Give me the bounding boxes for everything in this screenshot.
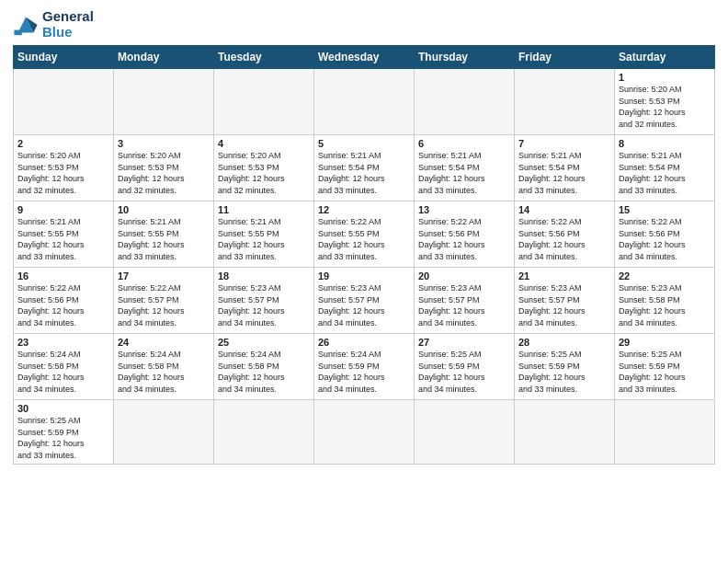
- calendar-cell: [114, 69, 214, 135]
- calendar-cell: 23Sunrise: 5:24 AM Sunset: 5:58 PM Dayli…: [14, 334, 114, 400]
- weekday-header-sunday: Sunday: [14, 46, 114, 69]
- day-number: 23: [17, 337, 109, 348]
- calendar-cell: [415, 400, 515, 465]
- day-number: 11: [218, 204, 310, 215]
- day-info: Sunrise: 5:25 AM Sunset: 5:59 PM Dayligh…: [619, 349, 711, 395]
- calendar-cell: 28Sunrise: 5:25 AM Sunset: 5:59 PM Dayli…: [515, 334, 615, 400]
- day-number: 12: [318, 204, 410, 215]
- day-number: 6: [418, 138, 510, 149]
- calendar-cell: [314, 400, 415, 465]
- calendar-table: SundayMondayTuesdayWednesdayThursdayFrid…: [13, 45, 715, 465]
- week-row-4: 23Sunrise: 5:24 AM Sunset: 5:58 PM Dayli…: [14, 334, 715, 400]
- calendar-cell: 24Sunrise: 5:24 AM Sunset: 5:58 PM Dayli…: [114, 334, 214, 400]
- calendar-cell: 2Sunrise: 5:20 AM Sunset: 5:53 PM Daylig…: [14, 135, 114, 201]
- calendar-cell: [214, 69, 314, 135]
- calendar-cell: [214, 400, 314, 465]
- weekday-header-wednesday: Wednesday: [314, 46, 415, 69]
- week-row-0: 1Sunrise: 5:20 AM Sunset: 5:53 PM Daylig…: [14, 69, 715, 135]
- calendar-cell: [615, 400, 715, 465]
- day-number: 15: [619, 204, 711, 215]
- weekday-header-monday: Monday: [114, 46, 214, 69]
- day-number: 9: [17, 204, 109, 215]
- calendar-cell: 3Sunrise: 5:20 AM Sunset: 5:53 PM Daylig…: [114, 135, 214, 201]
- day-number: 29: [619, 337, 711, 348]
- day-number: 21: [518, 270, 610, 282]
- calendar-cell: 7Sunrise: 5:21 AM Sunset: 5:54 PM Daylig…: [515, 135, 615, 201]
- week-row-5: 30Sunrise: 5:25 AM Sunset: 5:59 PM Dayli…: [14, 400, 715, 465]
- day-number: 8: [619, 138, 711, 149]
- calendar-cell: 1Sunrise: 5:20 AM Sunset: 5:53 PM Daylig…: [615, 69, 715, 135]
- day-info: Sunrise: 5:25 AM Sunset: 5:59 PM Dayligh…: [418, 349, 510, 395]
- day-info: Sunrise: 5:23 AM Sunset: 5:58 PM Dayligh…: [619, 282, 711, 328]
- day-info: Sunrise: 5:23 AM Sunset: 5:57 PM Dayligh…: [318, 282, 410, 328]
- calendar-cell: 17Sunrise: 5:22 AM Sunset: 5:57 PM Dayli…: [114, 268, 214, 334]
- calendar-cell: 6Sunrise: 5:21 AM Sunset: 5:54 PM Daylig…: [415, 135, 515, 201]
- calendar-cell: 16Sunrise: 5:22 AM Sunset: 5:56 PM Dayli…: [14, 268, 114, 334]
- calendar-cell: [515, 69, 615, 135]
- calendar-cell: 10Sunrise: 5:21 AM Sunset: 5:55 PM Dayli…: [114, 201, 214, 268]
- day-info: Sunrise: 5:22 AM Sunset: 5:56 PM Dayligh…: [418, 216, 510, 262]
- day-number: 17: [118, 270, 210, 282]
- day-number: 24: [118, 337, 210, 348]
- day-number: 13: [418, 204, 510, 215]
- day-number: 20: [418, 270, 510, 282]
- calendar-cell: 26Sunrise: 5:24 AM Sunset: 5:59 PM Dayli…: [314, 334, 415, 400]
- day-number: 14: [518, 204, 610, 215]
- day-info: Sunrise: 5:23 AM Sunset: 5:57 PM Dayligh…: [418, 282, 510, 328]
- day-info: Sunrise: 5:22 AM Sunset: 5:56 PM Dayligh…: [17, 282, 109, 328]
- calendar-cell: 19Sunrise: 5:23 AM Sunset: 5:57 PM Dayli…: [314, 268, 415, 334]
- day-info: Sunrise: 5:21 AM Sunset: 5:54 PM Dayligh…: [318, 150, 410, 196]
- day-number: 1: [619, 72, 711, 83]
- calendar-cell: 9Sunrise: 5:21 AM Sunset: 5:55 PM Daylig…: [14, 201, 114, 268]
- day-number: 2: [17, 138, 109, 149]
- day-info: Sunrise: 5:23 AM Sunset: 5:57 PM Dayligh…: [218, 282, 310, 328]
- calendar-cell: 12Sunrise: 5:22 AM Sunset: 5:55 PM Dayli…: [314, 201, 415, 268]
- calendar-cell: 8Sunrise: 5:21 AM Sunset: 5:54 PM Daylig…: [615, 135, 715, 201]
- weekday-header-thursday: Thursday: [415, 46, 515, 69]
- calendar-cell: 15Sunrise: 5:22 AM Sunset: 5:56 PM Dayli…: [615, 201, 715, 268]
- day-info: Sunrise: 5:22 AM Sunset: 5:57 PM Dayligh…: [118, 282, 210, 328]
- logo: General Blue: [13, 9, 94, 40]
- weekday-header-tuesday: Tuesday: [214, 46, 314, 69]
- day-number: 4: [218, 138, 310, 149]
- day-info: Sunrise: 5:24 AM Sunset: 5:58 PM Dayligh…: [218, 349, 310, 395]
- logo-text: General Blue: [42, 9, 94, 40]
- calendar-cell: 14Sunrise: 5:22 AM Sunset: 5:56 PM Dayli…: [515, 201, 615, 268]
- calendar-cell: 27Sunrise: 5:25 AM Sunset: 5:59 PM Dayli…: [415, 334, 515, 400]
- calendar-cell: [314, 69, 415, 135]
- day-info: Sunrise: 5:21 AM Sunset: 5:55 PM Dayligh…: [218, 216, 310, 262]
- day-info: Sunrise: 5:24 AM Sunset: 5:58 PM Dayligh…: [118, 349, 210, 395]
- calendar-cell: 4Sunrise: 5:20 AM Sunset: 5:53 PM Daylig…: [214, 135, 314, 201]
- day-number: 5: [318, 138, 410, 149]
- day-info: Sunrise: 5:25 AM Sunset: 5:59 PM Dayligh…: [518, 349, 610, 395]
- calendar-cell: 29Sunrise: 5:25 AM Sunset: 5:59 PM Dayli…: [615, 334, 715, 400]
- day-info: Sunrise: 5:20 AM Sunset: 5:53 PM Dayligh…: [218, 150, 310, 196]
- page: General Blue SundayMondayTuesdayWednesda…: [0, 0, 728, 474]
- calendar-cell: 30Sunrise: 5:25 AM Sunset: 5:59 PM Dayli…: [14, 400, 114, 465]
- day-number: 10: [118, 204, 210, 215]
- calendar-cell: 25Sunrise: 5:24 AM Sunset: 5:58 PM Dayli…: [214, 334, 314, 400]
- calendar-cell: 20Sunrise: 5:23 AM Sunset: 5:57 PM Dayli…: [415, 268, 515, 334]
- week-row-2: 9Sunrise: 5:21 AM Sunset: 5:55 PM Daylig…: [14, 201, 715, 268]
- day-info: Sunrise: 5:21 AM Sunset: 5:54 PM Dayligh…: [518, 150, 610, 196]
- week-row-3: 16Sunrise: 5:22 AM Sunset: 5:56 PM Dayli…: [14, 268, 715, 334]
- calendar-cell: 18Sunrise: 5:23 AM Sunset: 5:57 PM Dayli…: [214, 268, 314, 334]
- day-info: Sunrise: 5:24 AM Sunset: 5:58 PM Dayligh…: [17, 349, 109, 395]
- calendar-cell: [14, 69, 114, 135]
- day-info: Sunrise: 5:24 AM Sunset: 5:59 PM Dayligh…: [318, 349, 410, 395]
- logo-icon: [13, 12, 39, 38]
- day-number: 16: [17, 270, 109, 282]
- calendar-cell: [114, 400, 214, 465]
- day-number: 7: [518, 138, 610, 149]
- day-number: 19: [318, 270, 410, 282]
- day-number: 30: [17, 403, 109, 414]
- weekday-header-saturday: Saturday: [615, 46, 715, 69]
- calendar-cell: [515, 400, 615, 465]
- day-number: 28: [518, 337, 610, 348]
- day-info: Sunrise: 5:25 AM Sunset: 5:59 PM Dayligh…: [17, 415, 109, 461]
- header: General Blue: [13, 9, 715, 40]
- weekday-header-friday: Friday: [515, 46, 615, 69]
- week-row-1: 2Sunrise: 5:20 AM Sunset: 5:53 PM Daylig…: [14, 135, 715, 201]
- calendar-cell: 13Sunrise: 5:22 AM Sunset: 5:56 PM Dayli…: [415, 201, 515, 268]
- day-info: Sunrise: 5:21 AM Sunset: 5:55 PM Dayligh…: [118, 216, 210, 262]
